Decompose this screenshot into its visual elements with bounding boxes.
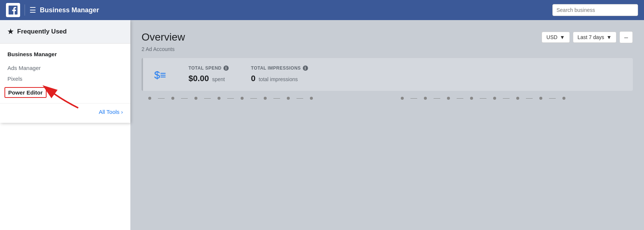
chart-dot bbox=[264, 97, 267, 100]
usd-dropdown[interactable]: USD ▼ bbox=[542, 32, 570, 43]
search-container bbox=[552, 4, 638, 16]
all-tools-link[interactable]: All Tools › bbox=[99, 109, 123, 115]
chart-dot bbox=[539, 97, 542, 100]
total-impressions-value: 0 total impressions bbox=[251, 74, 308, 83]
stats-card: $≡ TOTAL SPEND i $0.00 spent TOTAL IMPRE… bbox=[142, 58, 633, 91]
chart-dot bbox=[241, 97, 244, 100]
sidebar-item-ads-manager[interactable]: Ads Manager bbox=[7, 63, 123, 73]
chart-line bbox=[457, 98, 463, 99]
collapse-button[interactable]: – bbox=[619, 31, 633, 43]
money-icon: $≡ bbox=[154, 69, 166, 81]
chevron-down-icon-2: ▼ bbox=[606, 34, 612, 40]
overview-title: Overview bbox=[142, 31, 542, 43]
chevron-down-icon: ▼ bbox=[560, 34, 565, 40]
chart-line bbox=[503, 98, 510, 99]
content-area: Overview USD ▼ Last 7 days ▼ – 2 Ad Acco… bbox=[130, 20, 644, 230]
total-spend-info-icon[interactable]: i bbox=[223, 66, 229, 71]
overview-header: Overview USD ▼ Last 7 days ▼ – bbox=[142, 31, 633, 43]
overview-controls: USD ▼ Last 7 days ▼ – bbox=[542, 31, 633, 43]
chart-dot bbox=[562, 97, 565, 100]
dropdown-panel: ★ Frequently Used Business Manager Ads M… bbox=[0, 20, 130, 123]
sidebar-item-pixels[interactable]: Pixels bbox=[7, 73, 123, 84]
total-impressions-info-icon[interactable]: i bbox=[303, 66, 308, 71]
chart-dot bbox=[148, 97, 151, 100]
frequently-used-header: ★ Frequently Used bbox=[7, 28, 123, 36]
chart-dot bbox=[310, 97, 313, 100]
chart-line bbox=[410, 98, 417, 99]
total-impressions-block: TOTAL IMPRESSIONS i 0 total impressions bbox=[251, 66, 308, 83]
chart-dot bbox=[424, 97, 427, 100]
total-spend-value: $0.00 spent bbox=[188, 74, 229, 83]
all-tools-section: All Tools › bbox=[0, 103, 130, 123]
chart-dot bbox=[493, 97, 496, 100]
facebook-logo bbox=[6, 3, 20, 17]
chart-row bbox=[142, 97, 633, 100]
chart-dot bbox=[470, 97, 473, 100]
total-spend-label: TOTAL SPEND i bbox=[188, 66, 229, 71]
chart-dot bbox=[218, 97, 221, 100]
chart-line bbox=[480, 98, 486, 99]
star-icon: ★ bbox=[7, 28, 13, 36]
chart-dot bbox=[401, 97, 404, 100]
search-input[interactable] bbox=[552, 4, 638, 16]
chart-line bbox=[434, 98, 440, 99]
chart-dot bbox=[516, 97, 519, 100]
hamburger-icon[interactable]: ☰ bbox=[29, 6, 36, 15]
chart-line bbox=[273, 98, 280, 99]
chart-dot bbox=[447, 97, 450, 100]
chart-line bbox=[250, 98, 257, 99]
main-layout: ★ Frequently Used Business Manager Ads M… bbox=[0, 20, 644, 230]
navbar-title: Business Manager bbox=[40, 6, 552, 14]
frequently-used-label: Frequently Used bbox=[17, 28, 67, 35]
chart-dot bbox=[171, 97, 174, 100]
frequently-used-section: ★ Frequently Used bbox=[0, 20, 130, 44]
navbar: ☰ Business Manager bbox=[0, 0, 644, 20]
total-spend-block: TOTAL SPEND i $0.00 spent bbox=[188, 66, 229, 83]
total-impressions-label: TOTAL IMPRESSIONS i bbox=[251, 66, 308, 71]
navbar-divider bbox=[25, 4, 25, 16]
chart-dot bbox=[194, 97, 197, 100]
chart-line bbox=[204, 98, 211, 99]
chart-line bbox=[181, 98, 188, 99]
sidebar-item-power-editor[interactable]: Power Editor bbox=[4, 87, 47, 98]
chart-line bbox=[158, 98, 165, 99]
chart-line bbox=[549, 98, 556, 99]
date-range-dropdown[interactable]: Last 7 days ▼ bbox=[573, 32, 616, 43]
bm-section-title: Business Manager bbox=[7, 51, 123, 57]
chart-dot bbox=[287, 97, 290, 100]
chart-line bbox=[296, 98, 303, 99]
chart-line bbox=[526, 98, 533, 99]
ad-accounts-label: 2 Ad Accounts bbox=[142, 46, 633, 52]
chart-line bbox=[227, 98, 234, 99]
business-manager-section: Business Manager Ads Manager Pixels Powe… bbox=[0, 44, 130, 103]
